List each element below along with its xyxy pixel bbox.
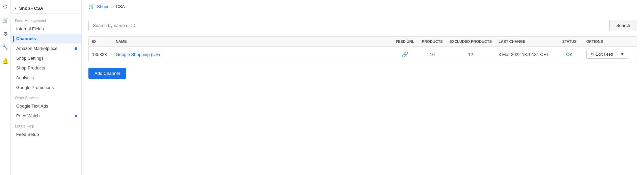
breadcrumb: 🛒 Shops > CSA — [82, 0, 644, 13]
add-channel-button[interactable]: Add Channel — [88, 68, 126, 79]
content-area: Search ID NAME FEED URL PRODUCTS EXCLUDE… — [82, 13, 644, 175]
edit-feed-dropdown-button[interactable]: ▼ — [617, 50, 627, 59]
icon-rail: ⏱ 🛒 ⚙ 🔧 🔔 — [0, 0, 11, 175]
breadcrumb-shops-link[interactable]: Shops — [97, 4, 109, 9]
sidebar-item-price-watch[interactable]: Price Watch — [11, 111, 81, 121]
col-header-products: PRODUCTS — [419, 37, 446, 47]
price-watch-dot-indicator — [75, 115, 77, 117]
col-header-excluded-products: EXCLUDED PRODUCTS — [446, 37, 495, 47]
channels-table: ID NAME FEED URL PRODUCTS EXCLUDED PRODU… — [89, 37, 637, 62]
gear-icon[interactable]: ⚙ — [1, 30, 9, 38]
edit-feed-button[interactable]: ↺ Edit Feed — [586, 50, 617, 59]
sidebar: ‹ Shop - CSA Feed Management Internal Fi… — [11, 0, 82, 175]
tool-icon[interactable]: 🔧 — [1, 43, 9, 51]
main-content: 🛒 Shops > CSA Search ID NAME FEED URL PR… — [82, 0, 644, 175]
table-row: 135823 Google Shopping (US) 🔗 10 12 3 Ma… — [89, 47, 637, 62]
sidebar-header: ‹ Shop - CSA — [11, 3, 81, 14]
col-header-last-change: LAST CHANGE — [495, 37, 556, 47]
channel-name-link[interactable]: Google Shopping (US) — [116, 52, 160, 57]
row-excluded-products: 12 — [446, 47, 495, 62]
amazon-dot-indicator — [75, 47, 77, 50]
sidebar-item-google-text-ads[interactable]: Google Text Ads — [11, 101, 81, 111]
edit-feed-icon: ↺ — [591, 52, 594, 57]
section-label-let-us-help: Let Us Help — [11, 121, 81, 129]
row-feed-url: 🔗 — [392, 47, 419, 62]
col-header-id: ID — [89, 37, 112, 47]
breadcrumb-separator: > — [111, 4, 114, 9]
row-options: ↺ Edit Feed ▼ — [583, 47, 637, 62]
options-cell: ↺ Edit Feed ▼ — [586, 50, 634, 59]
bell-icon[interactable]: 🔔 — [1, 57, 9, 65]
search-button[interactable]: Search — [609, 20, 637, 31]
row-last-change: 3 Mar 2022 13:12:31 CET — [495, 47, 556, 62]
clock-icon[interactable]: ⏱ — [1, 3, 9, 11]
sidebar-item-google-promotions[interactable]: Google Promotions — [11, 83, 81, 92]
sidebar-item-amazon-marketplace[interactable]: Amazon Marketplace — [11, 43, 81, 53]
status-badge: OK — [566, 52, 573, 57]
back-arrow-icon[interactable]: ‹ — [15, 5, 17, 11]
col-header-name: NAME — [112, 37, 392, 47]
sidebar-item-channels[interactable]: Channels — [11, 34, 81, 43]
table-header-row: ID NAME FEED URL PRODUCTS EXCLUDED PRODU… — [89, 37, 637, 47]
channels-table-container: ID NAME FEED URL PRODUCTS EXCLUDED PRODU… — [88, 36, 637, 62]
section-label-feed-management: Feed Management — [11, 15, 81, 24]
breadcrumb-shop-icon: 🛒 — [88, 3, 95, 9]
row-status: OK — [556, 47, 583, 62]
feed-url-icon[interactable]: 🔗 — [395, 51, 415, 58]
breadcrumb-current: CSA — [116, 4, 125, 9]
row-id: 135823 — [89, 47, 112, 62]
cart-icon[interactable]: 🛒 — [1, 16, 9, 24]
col-header-options: OPTIONS — [583, 37, 637, 47]
section-label-other-services: Other Services — [11, 92, 81, 101]
sidebar-item-internal-fields[interactable]: Internal Fields — [11, 24, 81, 34]
search-bar: Search — [88, 20, 637, 31]
sidebar-item-analytics[interactable]: Analytics — [11, 73, 81, 83]
sidebar-title: Shop - CSA — [19, 6, 44, 11]
sidebar-item-shop-products[interactable]: Shop Products — [11, 63, 81, 73]
search-input[interactable] — [89, 20, 609, 31]
row-name: Google Shopping (US) — [112, 47, 392, 62]
sidebar-item-shop-settings[interactable]: Shop Settings — [11, 53, 81, 63]
sidebar-item-feed-setup[interactable]: Feed Setup — [11, 129, 81, 139]
col-header-feed-url: FEED URL — [392, 37, 419, 47]
col-header-status: STATUS — [556, 37, 583, 47]
row-products: 10 — [419, 47, 446, 62]
